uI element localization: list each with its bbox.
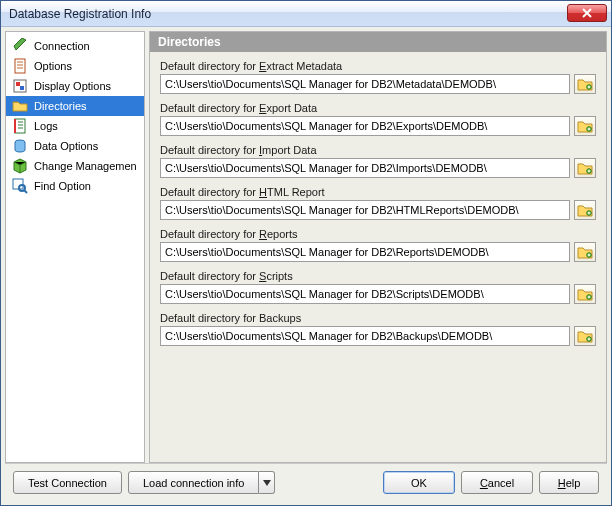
directory-field: Default directory for Extract Metadata [160,60,596,94]
directory-field: Default directory for Import Data [160,144,596,178]
field-label: Default directory for Backups [160,312,596,324]
field-row [160,326,596,346]
cancel-rest: ancel [488,477,514,489]
folder-open-icon [577,245,593,259]
directory-input[interactable] [160,326,570,346]
help-button[interactable]: Help [539,471,599,494]
browse-button[interactable] [574,326,596,346]
sidebar-item-data-options[interactable]: Data Options [6,136,144,156]
dialog-window: Database Registration Info Connection [0,0,612,506]
window-title: Database Registration Info [9,7,151,21]
directory-field: Default directory for Backups [160,312,596,346]
field-label: Default directory for Scripts [160,270,596,282]
load-connection-dropdown[interactable] [259,471,275,494]
close-button[interactable] [567,4,607,22]
help-mnemonic: H [558,477,566,489]
footer: Test Connection Load connection info OK … [5,463,607,501]
search-icon [12,178,28,194]
sidebar-item-options[interactable]: Options [6,56,144,76]
plug-icon [12,38,28,54]
db-icon [12,138,28,154]
directory-field: Default directory for HTML Report [160,186,596,220]
load-connection-button[interactable]: Load connection info [128,471,260,494]
sidebar-item-label: Display Options [34,80,111,92]
sidebar-item-label: Change Managemen [34,160,137,172]
directory-field: Default directory for Reports [160,228,596,262]
folder-open-icon [577,161,593,175]
directory-field: Default directory for Export Data [160,102,596,136]
folder-open-icon [577,77,593,91]
test-connection-button[interactable]: Test Connection [13,471,122,494]
folder-open-icon [577,287,593,301]
notebook-icon [12,118,28,134]
sidebar-item-label: Connection [34,40,90,52]
directory-input[interactable] [160,242,570,262]
field-row [160,116,596,136]
directory-input[interactable] [160,284,570,304]
field-label: Default directory for Import Data [160,144,596,156]
svg-rect-0 [15,59,25,73]
load-connection-split: Load connection info [128,471,276,494]
sidebar-item-connection[interactable]: Connection [6,36,144,56]
browse-button[interactable] [574,284,596,304]
directory-input[interactable] [160,74,570,94]
help-rest: elp [566,477,581,489]
browse-button[interactable] [574,158,596,178]
sidebar-item-label: Directories [34,100,87,112]
titlebar: Database Registration Info [1,1,611,27]
cancel-button[interactable]: Cancel [461,471,533,494]
field-label: Default directory for Extract Metadata [160,60,596,72]
field-row [160,158,596,178]
page-icon [12,58,28,74]
field-row [160,74,596,94]
svg-rect-3 [20,86,24,90]
browse-button[interactable] [574,116,596,136]
svg-rect-4 [15,119,25,133]
browse-button[interactable] [574,242,596,262]
field-label: Default directory for HTML Report [160,186,596,198]
browse-button[interactable] [574,74,596,94]
directory-field: Default directory for Scripts [160,270,596,304]
folder-open-icon [577,119,593,133]
browse-button[interactable] [574,200,596,220]
directory-input[interactable] [160,158,570,178]
directory-input[interactable] [160,116,570,136]
sidebar: Connection Options Display Options [5,31,145,463]
field-row [160,200,596,220]
directory-input[interactable] [160,200,570,220]
ok-button[interactable]: OK [383,471,455,494]
field-row [160,284,596,304]
sidebar-item-directories[interactable]: Directories [6,96,144,116]
field-label: Default directory for Reports [160,228,596,240]
client-area: Connection Options Display Options [1,27,611,505]
svg-rect-6 [13,179,23,189]
body-row: Connection Options Display Options [5,31,607,463]
folder-open-icon [577,203,593,217]
sidebar-item-label: Data Options [34,140,98,152]
close-icon [582,8,592,18]
display-icon [12,78,28,94]
folder-open-icon [577,329,593,343]
cube-icon [12,158,28,174]
panel-body: Default directory for Extract MetadataDe… [150,52,606,462]
sidebar-item-label: Logs [34,120,58,132]
field-label: Default directory for Export Data [160,102,596,114]
chevron-down-icon [263,480,271,486]
sidebar-item-display-options[interactable]: Display Options [6,76,144,96]
panel-header: Directories [150,32,606,52]
sidebar-item-change-management[interactable]: Change Managemen [6,156,144,176]
svg-rect-2 [16,82,20,86]
sidebar-item-label: Options [34,60,72,72]
sidebar-item-logs[interactable]: Logs [6,116,144,136]
main-panel: Directories Default directory for Extrac… [149,31,607,463]
folder-icon [12,98,28,114]
cancel-mnemonic: C [480,477,488,489]
sidebar-item-find-option[interactable]: Find Option [6,176,144,196]
sidebar-item-label: Find Option [34,180,91,192]
field-row [160,242,596,262]
